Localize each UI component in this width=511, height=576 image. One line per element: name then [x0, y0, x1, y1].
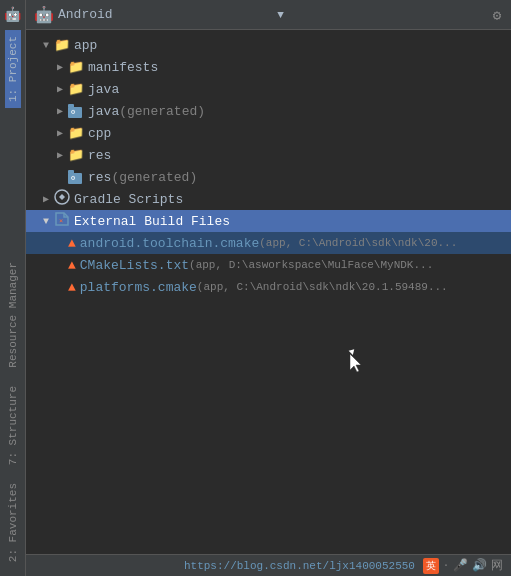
expand-arrow-java — [54, 83, 66, 95]
tree-label-cmake: CMakeLists.txt — [80, 258, 189, 273]
gear-icon[interactable]: ⚙ — [487, 5, 507, 25]
dot-sep: · — [443, 560, 449, 571]
android-robot-icon: 🤖 — [34, 5, 54, 25]
network-icon[interactable]: 网 — [491, 557, 503, 574]
folder-icon-app: 📁 — [54, 37, 70, 53]
tree-item-cpp[interactable]: 📁 cpp — [26, 122, 511, 144]
tree-label-cpp: cpp — [88, 126, 111, 141]
tree-item-platforms[interactable]: ▲ platforms.cmake (app, C:\Android\sdk\n… — [26, 276, 511, 298]
folder-icon-java-gen: ⚙ — [68, 103, 84, 119]
tree-label-app: app — [74, 38, 97, 53]
tree-item-manifests[interactable]: 📁 manifests — [26, 56, 511, 78]
status-url: https://blog.csdn.net/ljx1400052550 — [8, 560, 415, 572]
expand-arrow-external — [40, 215, 52, 227]
header-bar: 🤖 Android ▼ ⚙ — [26, 0, 511, 30]
expand-arrow-res — [54, 149, 66, 161]
tree-item-gradle[interactable]: Gradle Scripts — [26, 188, 511, 210]
folder-icon-java: 📁 — [68, 81, 84, 97]
tree-label-platforms: platforms.cmake — [80, 280, 197, 295]
tree-path-toolchain: (app, C:\Android\sdk\ndk\20... — [259, 237, 457, 249]
sidebar-item-favorites[interactable]: 2: Favorites — [5, 477, 21, 572]
tree-label-external: External Build Files — [74, 214, 230, 229]
mic-icon[interactable]: 🎤 — [453, 558, 468, 573]
gradle-icon — [54, 189, 70, 209]
cmake-icon-toolchain: ▲ — [68, 236, 76, 251]
tree-item-app[interactable]: 📁 app — [26, 34, 511, 56]
android-icon-side: 🤖 — [1, 2, 25, 26]
dropdown-arrow[interactable]: ▼ — [277, 9, 284, 21]
tree-label-java: java — [88, 82, 119, 97]
tree-label-res: res — [88, 148, 111, 163]
svg-text:×: × — [59, 217, 63, 225]
sidebar-item-project[interactable]: 1: Project — [5, 30, 21, 112]
status-icons-area: 英 · 🎤 🔊 网 — [423, 557, 503, 574]
tree-label-toolchain: android.toolchain.cmake — [80, 236, 259, 251]
tree-label-res-gen: res — [88, 170, 111, 185]
tree-label-manifests: manifests — [88, 60, 158, 75]
expand-arrow-app — [40, 39, 52, 51]
external-build-icon: × — [54, 211, 70, 231]
tree-label-java-gen: java — [88, 104, 119, 119]
tree-path-platforms: (app, C:\Android\sdk\ndk\20.1.59489... — [197, 281, 448, 293]
lang-icon[interactable]: 英 — [423, 558, 439, 574]
file-tree: 📁 app 📁 manifests 📁 java ⚙ j — [26, 30, 511, 554]
expand-arrow-gradle — [40, 193, 52, 205]
tree-label-gradle: Gradle Scripts — [74, 192, 183, 207]
folder-icon-res-gen: ⚙ — [68, 169, 84, 185]
tree-item-res-generated[interactable]: ⚙ res (generated) — [26, 166, 511, 188]
tree-label-res-gen-suffix: (generated) — [111, 170, 197, 185]
folder-icon-manifests: 📁 — [68, 59, 84, 75]
tree-item-toolchain[interactable]: ▲ android.toolchain.cmake (app, C:\Andro… — [26, 232, 511, 254]
cmake-icon-platforms: ▲ — [68, 280, 76, 295]
tree-item-cmakelists[interactable]: ▲ CMakeLists.txt (app, D:\asworkspace\Mu… — [26, 254, 511, 276]
cmake-icon-cmakelists: ▲ — [68, 258, 76, 273]
status-bar: https://blog.csdn.net/ljx1400052550 英 · … — [0, 554, 511, 576]
tree-path-cmake: (app, D:\asworkspace\MulFace\MyNDK... — [189, 259, 433, 271]
tree-label-java-gen-suffix: (generated) — [119, 104, 205, 119]
side-tabs-panel: 🤖 1: Project Resource Manager 7: Structu… — [0, 0, 26, 576]
sidebar-item-resource-manager[interactable]: Resource Manager — [5, 256, 21, 378]
expand-arrow-manifests — [54, 61, 66, 73]
tree-item-external-build[interactable]: × External Build Files — [26, 210, 511, 232]
speaker-icon[interactable]: 🔊 — [472, 558, 487, 573]
tree-item-res[interactable]: 📁 res — [26, 144, 511, 166]
folder-icon-res: 📁 — [68, 147, 84, 163]
tree-item-java-generated[interactable]: ⚙ java (generated) — [26, 100, 511, 122]
folder-icon-cpp: 📁 — [68, 125, 84, 141]
main-panel: 🤖 Android ▼ ⚙ 📁 app 📁 manifests 📁 java — [26, 0, 511, 554]
tree-item-java[interactable]: 📁 java — [26, 78, 511, 100]
expand-arrow-cpp — [54, 127, 66, 139]
sidebar-item-structure[interactable]: 7: Structure — [5, 380, 21, 475]
expand-arrow-java-gen — [54, 105, 66, 117]
header-title: Android — [58, 7, 277, 22]
